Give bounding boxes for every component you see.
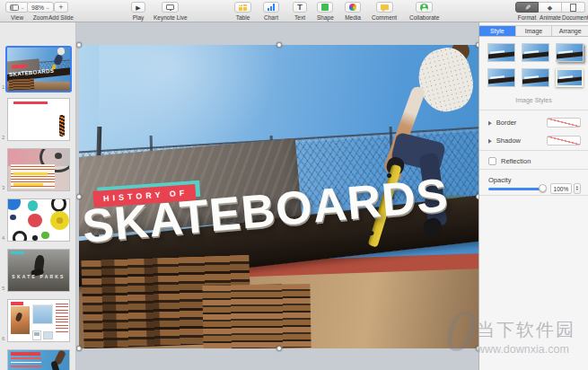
add-slide-button[interactable]: + [54, 2, 68, 13]
resize-handle-top-center[interactable] [276, 42, 282, 48]
chevron-down-icon: ⌄ [20, 5, 25, 10]
inspector-segmented-control: ✎ ◆ [515, 2, 585, 13]
slide-thumbnail-2[interactable] [7, 98, 70, 141]
slide-row-5: 5 SKATE PARKS [7, 249, 70, 292]
text-group: T Text [293, 2, 307, 21]
comment-label: Comment [372, 14, 397, 21]
plus-icon: + [58, 4, 63, 12]
slide-row-7: 7 [7, 349, 70, 370]
slide-row-4: 4 [7, 198, 70, 242]
chart-button[interactable] [263, 2, 279, 13]
disclosure-triangle-icon[interactable]: ▶ [488, 137, 492, 144]
image-styles-label: Image Styles [479, 97, 588, 103]
tab-style[interactable]: Style [479, 26, 516, 36]
shape-icon [321, 4, 329, 11]
image-style-option-5[interactable] [522, 68, 549, 87]
comment-button[interactable] [376, 2, 393, 13]
table-group: Table [234, 2, 251, 21]
play-group: ▶ Play [131, 2, 145, 21]
thumbnail-caption-text: SKATE PARKS [9, 274, 67, 279]
slide-image[interactable]: HISTORY OF SKATEBOARDS [79, 45, 478, 348]
play-button[interactable]: ▶ [131, 2, 145, 13]
view-icon [10, 4, 19, 11]
table-button[interactable] [234, 2, 251, 13]
slide-navigator: 1 SKATEBOARDS 2 3 [0, 22, 76, 370]
shape-group: Shape [317, 2, 334, 21]
inspector-switch-group: ✎ ◆ Format Animate Document [515, 2, 585, 21]
disclosure-triangle-icon[interactable]: ▶ [488, 119, 492, 126]
text-button[interactable]: T [293, 2, 307, 13]
opacity-stepper[interactable]: ▲ ▼ [574, 183, 581, 194]
collaborate-person-icon [420, 4, 428, 12]
image-style-option-4[interactable] [487, 68, 515, 87]
opacity-slider-knob[interactable] [539, 184, 547, 192]
document-label: Document [562, 14, 585, 21]
resize-handle-top-left[interactable] [76, 42, 82, 48]
keynote-live-button[interactable] [162, 2, 179, 13]
shape-button[interactable] [317, 2, 333, 13]
slide-thumbnail-3[interactable] [7, 148, 70, 191]
chart-icon [268, 4, 275, 11]
chart-group: Chart [263, 2, 279, 21]
table-label: Table [236, 14, 250, 21]
slide-number: 2 [2, 135, 4, 140]
resize-handle-mid-left[interactable] [76, 194, 82, 199]
opacity-value-field[interactable]: 100% [550, 183, 571, 194]
toolbar: ⌄ View 98% ⌄ Zoom + Add Slide ▶ Play [0, 0, 588, 22]
view-label: View [11, 14, 23, 21]
border-label: Border [496, 119, 517, 127]
reflection-checkbox[interactable] [488, 157, 496, 165]
divider [479, 169, 588, 170]
play-icon: ▶ [136, 4, 140, 11]
play-label: Play [133, 14, 145, 21]
slide-thumbnail-7[interactable] [7, 349, 70, 370]
image-style-option-3[interactable] [556, 43, 584, 62]
view-button-group: ⌄ View [5, 2, 29, 21]
divider [479, 150, 588, 151]
slide-thumbnail-4[interactable] [7, 198, 70, 242]
opacity-controls-row: 100% ▲ ▼ [488, 182, 581, 195]
tab-arrange[interactable]: Arrange [552, 26, 588, 36]
collaborate-button[interactable] [416, 2, 433, 13]
tab-image[interactable]: Image [516, 26, 553, 36]
reflection-label: Reflection [501, 157, 531, 165]
chart-label: Chart [264, 14, 278, 21]
document-page-icon [570, 4, 576, 12]
slide-thumbnail-6[interactable] [7, 299, 70, 342]
media-label: Media [345, 14, 361, 21]
slide-thumbnail-1[interactable]: SKATEBOARDS [7, 48, 70, 91]
divider [479, 110, 588, 110]
resize-handle-bottom-left[interactable] [76, 346, 82, 351]
table-icon [239, 4, 247, 11]
animate-button[interactable]: ◆ [539, 2, 562, 13]
media-group: Media [345, 2, 361, 21]
media-button[interactable] [345, 2, 361, 13]
animate-label: Animate [539, 14, 562, 21]
animate-diamond-icon: ◆ [548, 4, 552, 11]
slide-row-1: 1 SKATEBOARDS [7, 48, 70, 91]
border-style-well[interactable] [547, 118, 581, 128]
border-row: ▶ Border [488, 116, 581, 128]
zoom-value: 98% [31, 4, 44, 11]
comment-group: Comment [372, 2, 397, 21]
format-button[interactable]: ✎ [515, 2, 539, 13]
slide-number: 1 [2, 84, 4, 90]
image-style-option-2[interactable] [522, 43, 549, 62]
image-style-option-6[interactable] [556, 68, 584, 87]
slide-number: 5 [2, 286, 4, 291]
document-button[interactable] [562, 2, 585, 13]
shadow-style-well[interactable] [547, 136, 581, 145]
opacity-slider[interactable] [488, 188, 543, 190]
slide-row-3: 3 [7, 148, 70, 191]
slide-thumbnail-5[interactable]: SKATE PARKS [7, 249, 70, 292]
display-icon [166, 4, 174, 10]
format-inspector: Style Image Arrange Image Styles ▶ Borde… [478, 22, 588, 370]
slide-row-6: 6 [7, 299, 70, 342]
view-button[interactable]: ⌄ [5, 2, 29, 13]
media-icon [349, 4, 356, 11]
image-style-option-1[interactable] [487, 43, 515, 62]
zoom-label: Zoom [33, 14, 48, 21]
resize-handle-bottom-center[interactable] [276, 346, 282, 351]
keynote-live-group: Keynote Live [154, 2, 188, 21]
text-icon: T [297, 4, 303, 12]
